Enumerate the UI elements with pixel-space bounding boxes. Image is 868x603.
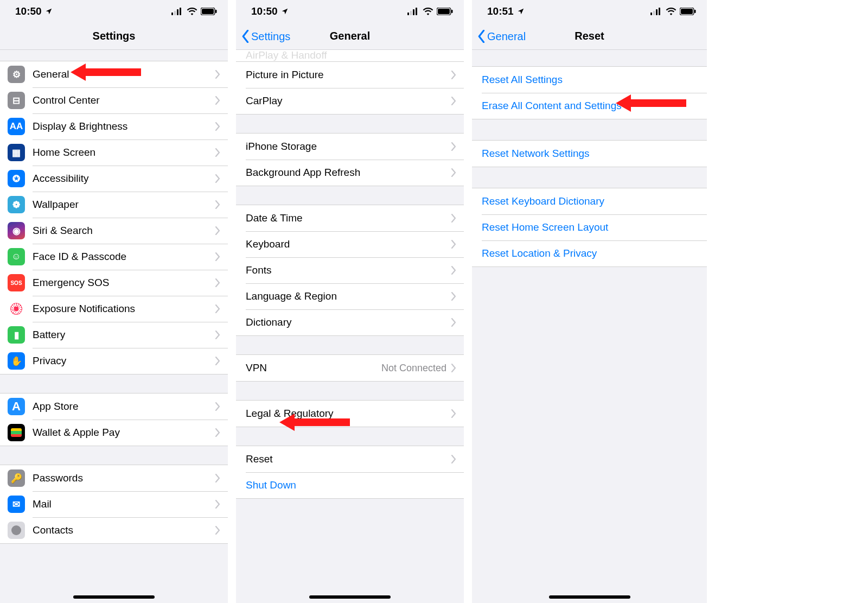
row-label: Erase All Content and Settings bbox=[482, 100, 699, 112]
row-faceid-passcode[interactable]: ☺ Face ID & Passcode bbox=[0, 244, 228, 270]
svg-rect-18 bbox=[656, 9, 658, 15]
row-background-app-refresh[interactable]: Background App Refresh bbox=[236, 160, 464, 186]
wifi-icon bbox=[666, 8, 676, 15]
location-icon bbox=[281, 8, 289, 15]
control-center-icon: ⊟ bbox=[8, 92, 25, 109]
row-label: iPhone Storage bbox=[246, 141, 451, 153]
row-vpn[interactable]: VPNNot Connected bbox=[236, 355, 464, 381]
row-contacts[interactable]: Contacts bbox=[0, 517, 228, 543]
back-button[interactable]: Settings bbox=[241, 23, 290, 50]
display-brightness-icon: AA bbox=[8, 118, 25, 135]
mail-icon: ✉ bbox=[8, 496, 25, 513]
row-label: Display & Brightness bbox=[33, 120, 215, 132]
chevron-right-icon bbox=[215, 428, 220, 437]
svg-rect-5 bbox=[202, 9, 214, 14]
status-time: 10:50 bbox=[251, 5, 278, 17]
general-content[interactable]: AirPlay & Handoff Picture in PictureCarP… bbox=[236, 50, 464, 603]
passwords-icon: 🔑 bbox=[8, 469, 25, 487]
battery-icon bbox=[201, 8, 217, 15]
row-label: App Store bbox=[33, 401, 215, 412]
row-carplay[interactable]: CarPlay bbox=[236, 88, 464, 114]
row-label: Dictionary bbox=[246, 316, 451, 328]
svg-rect-13 bbox=[438, 9, 450, 14]
chevron-right-icon bbox=[215, 148, 220, 157]
chevron-right-icon bbox=[451, 364, 456, 372]
page-title: Settings bbox=[93, 30, 136, 42]
svg-rect-6 bbox=[215, 10, 217, 13]
settings-content[interactable]: ⚙ General ⊟ Control Center AA Display & … bbox=[0, 50, 228, 603]
row-fonts[interactable]: Fonts bbox=[236, 257, 464, 283]
svg-rect-0 bbox=[171, 12, 173, 15]
row-label: Date & Time bbox=[246, 212, 451, 224]
row-display-brightness[interactable]: AA Display & Brightness bbox=[0, 113, 228, 139]
row-airplay-handoff[interactable]: AirPlay & Handoff bbox=[236, 50, 464, 62]
chevron-right-icon bbox=[215, 174, 220, 183]
chevron-right-icon bbox=[451, 409, 456, 418]
row-siri-search[interactable]: ◉ Siri & Search bbox=[0, 218, 228, 244]
row-general[interactable]: ⚙ General bbox=[0, 61, 228, 87]
row-label: Home Screen bbox=[33, 147, 215, 158]
svg-rect-14 bbox=[451, 10, 453, 13]
row-app-store[interactable]: A App Store bbox=[0, 393, 228, 420]
svg-rect-11 bbox=[416, 8, 417, 15]
row-wallet-apple-pay[interactable]: Wallet & Apple Pay bbox=[0, 420, 228, 446]
row-battery[interactable]: ▮ Battery bbox=[0, 322, 228, 348]
row-shut-down[interactable]: Shut Down bbox=[236, 472, 464, 498]
row-erase-all-content[interactable]: Erase All Content and Settings bbox=[472, 93, 707, 119]
status-bar: 10:51 bbox=[472, 0, 707, 23]
row-reset-location-privacy[interactable]: Reset Location & Privacy bbox=[472, 240, 707, 266]
chevron-right-icon bbox=[215, 226, 220, 235]
chevron-right-icon bbox=[215, 96, 220, 105]
row-home-screen[interactable]: ▦ Home Screen bbox=[0, 139, 228, 166]
row-label: Wallpaper bbox=[33, 199, 215, 211]
svg-rect-9 bbox=[410, 11, 412, 15]
row-picture-in-picture[interactable]: Picture in Picture bbox=[236, 62, 464, 88]
row-label: Passwords bbox=[33, 472, 215, 484]
row-reset-home-screen-layout[interactable]: Reset Home Screen Layout bbox=[472, 214, 707, 240]
row-legal-regulatory[interactable]: Legal & Regulatory bbox=[236, 401, 464, 427]
row-reset-network-settings[interactable]: Reset Network Settings bbox=[472, 141, 707, 167]
home-screen-icon: ▦ bbox=[8, 144, 25, 161]
row-wallpaper[interactable]: ❁ Wallpaper bbox=[0, 192, 228, 218]
svg-rect-19 bbox=[659, 8, 660, 15]
back-label: Settings bbox=[251, 30, 290, 43]
row-emergency-sos[interactable]: SOS Emergency SOS bbox=[0, 270, 228, 296]
battery-icon bbox=[680, 8, 696, 15]
row-language-region[interactable]: Language & Region bbox=[236, 283, 464, 309]
cellular-icon bbox=[171, 8, 183, 15]
chevron-right-icon bbox=[215, 304, 220, 313]
chevron-right-icon bbox=[215, 122, 220, 131]
row-reset[interactable]: Reset bbox=[236, 446, 464, 472]
row-iphone-storage[interactable]: iPhone Storage bbox=[236, 134, 464, 160]
row-passwords[interactable]: 🔑 Passwords bbox=[0, 465, 228, 491]
svg-rect-3 bbox=[180, 8, 181, 15]
row-label: Exposure Notifications bbox=[33, 303, 215, 315]
row-control-center[interactable]: ⊟ Control Center bbox=[0, 87, 228, 113]
wifi-icon bbox=[423, 8, 433, 15]
row-reset-keyboard-dictionary[interactable]: Reset Keyboard Dictionary bbox=[472, 188, 707, 214]
back-button[interactable]: General bbox=[477, 23, 526, 50]
row-label: Fonts bbox=[246, 264, 451, 276]
chevron-right-icon bbox=[215, 357, 220, 365]
row-accessibility[interactable]: ✪ Accessibility bbox=[0, 166, 228, 192]
row-reset-all-settings[interactable]: Reset All Settings bbox=[472, 67, 707, 93]
wifi-icon bbox=[187, 8, 197, 15]
row-mail[interactable]: ✉ Mail bbox=[0, 491, 228, 517]
row-label: Accessibility bbox=[33, 173, 215, 185]
row-keyboard[interactable]: Keyboard bbox=[236, 231, 464, 257]
row-label: Siri & Search bbox=[33, 225, 215, 237]
row-privacy[interactable]: ✋ Privacy bbox=[0, 348, 228, 374]
row-exposure-notifications[interactable]: Exposure Notifications bbox=[0, 296, 228, 322]
svg-rect-1 bbox=[174, 11, 176, 15]
home-indicator bbox=[309, 595, 391, 599]
row-label: Battery bbox=[33, 329, 215, 341]
svg-rect-10 bbox=[413, 9, 414, 15]
reset-content[interactable]: Reset All SettingsErase All Content and … bbox=[472, 50, 707, 603]
row-label: Emergency SOS bbox=[33, 277, 215, 289]
row-dictionary[interactable]: Dictionary bbox=[236, 309, 464, 335]
row-date-time[interactable]: Date & Time bbox=[236, 205, 464, 231]
back-label: General bbox=[487, 30, 526, 43]
chevron-right-icon bbox=[215, 331, 220, 339]
chevron-right-icon bbox=[451, 214, 456, 223]
svg-rect-8 bbox=[407, 12, 409, 15]
